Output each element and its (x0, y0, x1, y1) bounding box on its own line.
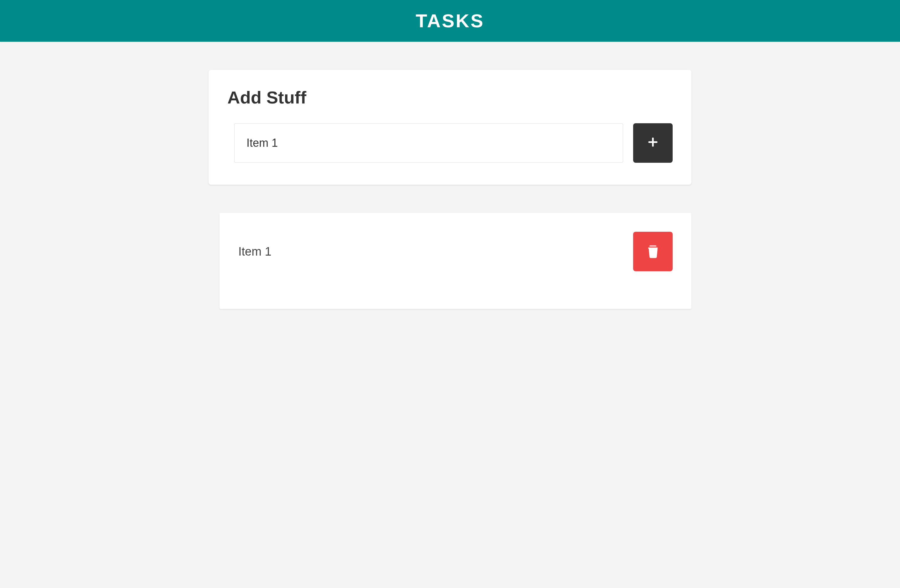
task-list-card: Item 1 (219, 213, 692, 309)
app-header: TASKS (0, 0, 900, 42)
delete-button[interactable] (633, 232, 673, 271)
add-task-heading: Add Stuff (227, 87, 673, 107)
task-input[interactable] (234, 123, 623, 163)
list-item-label: Item 1 (238, 245, 272, 258)
main-container: Add Stuff Item 1 (196, 42, 704, 337)
add-task-card: Add Stuff (208, 70, 692, 185)
list-item: Item 1 (238, 232, 673, 271)
add-button[interactable] (633, 123, 673, 163)
page-title: TASKS (0, 10, 900, 32)
add-task-row (227, 123, 673, 163)
plus-icon (647, 135, 658, 151)
trash-icon (647, 244, 659, 259)
